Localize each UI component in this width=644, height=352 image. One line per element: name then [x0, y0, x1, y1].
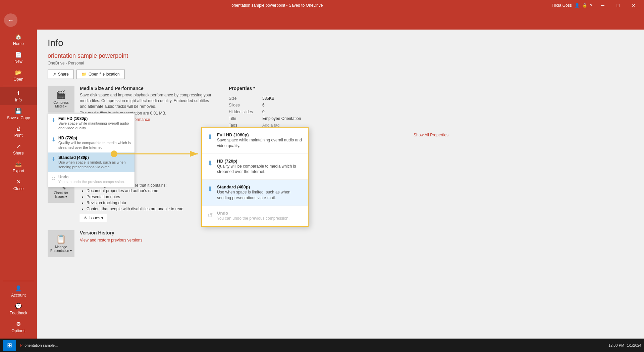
maximize-button[interactable]: □	[610, 0, 626, 11]
taskbar-powerpoint[interactable]: P orientation sample...	[17, 340, 60, 351]
media-section-desc: Save disk space and improve playback per…	[80, 92, 215, 109]
open-icon: 📂	[15, 69, 22, 76]
fullhd-text: Full HD (1080p) Save space while maintai…	[58, 116, 131, 130]
sidebar-item-export[interactable]: 📤 Export	[0, 158, 37, 176]
prop-label-hidden: Hidden slides	[229, 108, 262, 115]
issues-icon: ⚠	[84, 216, 87, 220]
undo-desc: You can undo the previous compression.	[58, 180, 125, 184]
titlebar: orientation sample powerpoint - Saved to…	[0, 0, 644, 11]
prop-label-size: Size	[229, 95, 262, 102]
sidebar-item-close[interactable]: ✕ Close	[0, 176, 37, 194]
bullet-2: Presentation notes	[87, 194, 183, 199]
issues-button[interactable]: ⚠ Issues ▾	[80, 214, 107, 222]
prop-value-size: 535KB	[262, 95, 633, 102]
undo-label: Undo	[58, 175, 125, 179]
minimize-button[interactable]: ─	[595, 0, 610, 11]
dropdown-hd[interactable]: ⬇ HD (720p) Quality will be comparable t…	[48, 133, 135, 152]
prop-label-slides: Slides	[229, 102, 262, 108]
taskbar-ppt-label: orientation sample...	[24, 343, 58, 347]
share-icon: ↗	[16, 143, 21, 149]
export-icon: 📤	[15, 161, 22, 167]
taskbar-date: 1/1/2024	[627, 343, 641, 347]
start-button[interactable]: ⊞	[3, 340, 16, 351]
inspect-label: Check forIssues ▾	[54, 191, 68, 199]
page-title: Info	[48, 38, 633, 48]
media-section-title: Media Size and Performance	[80, 86, 215, 91]
sidebar-close-icon: ✕	[16, 179, 21, 185]
account-icon: 🔒	[582, 3, 587, 8]
prop-value-tags[interactable]: Add a tag	[262, 122, 633, 129]
open-location-label: Open file location	[89, 72, 120, 77]
sidebar-label-options: Options	[11, 328, 25, 333]
prop-value-hidden: 0	[262, 108, 633, 115]
bullet-4: Content that people with disabilities ar…	[87, 207, 183, 211]
show-all-props-link[interactable]: Show All Properties	[229, 133, 633, 137]
taskbar-time: 12:00 PM	[608, 343, 624, 347]
back-button[interactable]: ←	[4, 13, 17, 27]
sidebar-item-account[interactable]: 👤 Account	[0, 282, 37, 300]
fullhd-icon: ⬇	[51, 117, 56, 123]
sidebar-label-feedback: Feedback	[10, 311, 28, 315]
account-sidebar-icon: 👤	[15, 285, 22, 292]
fullhd-desc: Save space while maintaining overall aud…	[58, 121, 129, 130]
share-btn-icon: ↗	[53, 72, 56, 77]
dropdown-undo[interactable]: ↺ Undo You can undo the previous compres…	[48, 172, 135, 187]
dropdown-fullhd[interactable]: ⬇ Full HD (1080p) Save space while maint…	[48, 114, 135, 133]
version-link[interactable]: View and restore previous versions	[80, 238, 143, 243]
dropdown-standard[interactable]: ⬇ Standard (480p) Use when space is limi…	[48, 152, 135, 172]
version-label: Manage Presentation ▾	[50, 245, 72, 253]
home-icon: 🏠	[15, 34, 22, 40]
prop-label-tags: Tags	[229, 122, 262, 129]
sidebar-item-home[interactable]: 🏠 Home	[0, 31, 37, 49]
prop-row-slides: Slides 6	[229, 102, 633, 108]
sidebar-label-home: Home	[13, 41, 24, 46]
sidebar-divider-1	[3, 86, 34, 86]
standard-desc: Use when space is limited, such as when …	[58, 160, 126, 169]
file-name: orientation sample powerpoint	[48, 52, 633, 59]
sidebar-item-options[interactable]: ⚙ Options	[0, 318, 37, 336]
sidebar-item-open[interactable]: 📂 Open	[0, 67, 37, 84]
help-icon: ?	[590, 3, 592, 8]
undo-icon: ↺	[51, 175, 56, 182]
sidebar-label-share: Share	[13, 151, 24, 156]
issues-label: Issues ▾	[89, 216, 103, 220]
compress-dropdown: ⬇ Full HD (1080p) Save space while maint…	[48, 113, 135, 187]
standard-icon: ⬇	[51, 156, 56, 162]
prop-value-title: Employee Orientation	[262, 115, 633, 122]
prop-value-slides: 6	[262, 102, 633, 108]
action-buttons: ↗ Share 📁 Open file location	[48, 70, 633, 79]
sidebar-label-new: New	[14, 59, 22, 64]
ribbon: ←	[0, 11, 644, 30]
sidebar-item-save-copy[interactable]: 💾 Save a Copy	[0, 105, 37, 123]
back-icon: ←	[8, 17, 14, 24]
start-icon: ⊞	[7, 342, 12, 349]
sidebar-label-open: Open	[13, 77, 23, 82]
options-icon: ⚙	[16, 321, 21, 327]
sidebar-item-new[interactable]: 📄 New	[0, 49, 37, 67]
file-location: OneDrive - Personal	[48, 61, 633, 65]
standard-label: Standard (480p)	[58, 155, 131, 160]
new-icon: 📄	[15, 51, 22, 58]
hd-desc: Quality will be comparable to media whic…	[58, 141, 131, 149]
fullhd-label: Full HD (1080p)	[58, 116, 131, 121]
prop-row-size: Size 535KB	[229, 95, 633, 102]
inspect-bullets: Document properties and author's name Pr…	[87, 188, 183, 211]
save-copy-icon: 💾	[15, 108, 22, 114]
sidebar-item-feedback[interactable]: 💬 Feedback	[0, 300, 37, 318]
standard-text: Standard (480p) Use when space is limite…	[58, 155, 131, 169]
share-button[interactable]: ↗ Share	[48, 70, 74, 79]
undo-text: Undo You can undo the previous compressi…	[58, 175, 125, 184]
open-location-icon: 📁	[82, 72, 87, 77]
print-icon: 🖨	[16, 126, 21, 132]
sidebar-item-print[interactable]: 🖨 Print	[0, 123, 37, 140]
compress-media-button[interactable]: 🎬 Compress Media ▾	[48, 86, 74, 113]
hd-label: HD (720p)	[58, 136, 131, 140]
open-location-button[interactable]: 📁 Open file location	[76, 70, 125, 79]
sidebar-item-info[interactable]: ℹ Info	[0, 87, 37, 105]
close-button[interactable]: ✕	[626, 0, 641, 11]
share-btn-label: Share	[58, 72, 69, 77]
sidebar-item-share[interactable]: ↗ Share	[0, 140, 37, 158]
compress-icon: 🎬	[56, 90, 66, 99]
manage-pres-button[interactable]: 📋 Manage Presentation ▾	[48, 230, 74, 257]
media-section-card: 🎬 Compress Media ▾ Media Size and Perfor…	[48, 86, 215, 122]
